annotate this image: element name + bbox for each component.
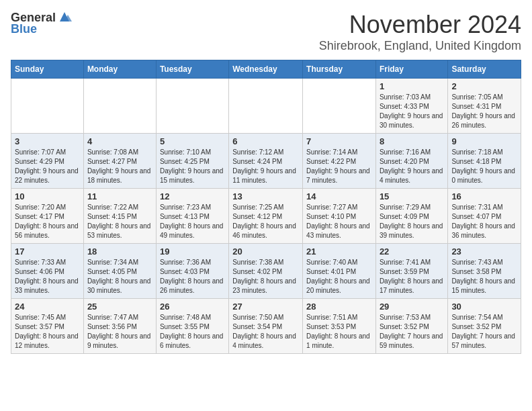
day-number: 12 (160, 191, 225, 201)
day-info: Sunrise: 7:27 AMSunset: 4:10 PMDaylight:… (306, 203, 372, 240)
day-info: Sunrise: 7:34 AMSunset: 4:05 PMDaylight:… (87, 258, 152, 295)
day-info: Sunrise: 7:51 AMSunset: 3:53 PMDaylight:… (306, 313, 372, 351)
calendar-cell (303, 79, 376, 134)
weekday-header-row: SundayMondayTuesdayWednesdayThursdayFrid… (11, 60, 521, 79)
weekday-header: Monday (83, 60, 156, 79)
day-number: 28 (306, 302, 372, 312)
calendar-table: SundayMondayTuesdayWednesdayThursdayFrid… (11, 60, 521, 354)
month-title: November 2024 (319, 11, 521, 39)
calendar-cell: 24Sunrise: 7:45 AMSunset: 3:57 PMDayligh… (11, 299, 84, 354)
calendar-cell: 8Sunrise: 7:16 AMSunset: 4:20 PMDaylight… (375, 134, 447, 189)
day-number: 19 (160, 246, 225, 257)
calendar-cell (11, 79, 84, 134)
day-number: 13 (232, 191, 299, 201)
calendar-cell: 26Sunrise: 7:48 AMSunset: 3:55 PMDayligh… (156, 299, 228, 354)
calendar-cell: 1Sunrise: 7:03 AMSunset: 4:33 PMDaylight… (375, 79, 447, 134)
day-number: 24 (15, 302, 80, 312)
day-number: 29 (380, 302, 444, 312)
calendar-cell: 27Sunrise: 7:50 AMSunset: 3:54 PMDayligh… (229, 299, 303, 354)
calendar-cell: 23Sunrise: 7:43 AMSunset: 3:58 PMDayligh… (448, 244, 521, 299)
calendar-cell (83, 79, 156, 134)
weekday-header: Friday (375, 60, 447, 79)
calendar-cell: 12Sunrise: 7:23 AMSunset: 4:13 PMDayligh… (156, 189, 228, 244)
weekday-header: Wednesday (229, 60, 303, 79)
day-number: 2 (451, 81, 517, 91)
calendar-cell: 11Sunrise: 7:22 AMSunset: 4:15 PMDayligh… (83, 189, 156, 244)
day-number: 9 (451, 136, 517, 146)
weekday-header: Thursday (303, 60, 376, 79)
calendar-cell: 20Sunrise: 7:38 AMSunset: 4:02 PMDayligh… (229, 244, 303, 299)
day-info: Sunrise: 7:25 AMSunset: 4:12 PMDaylight:… (232, 203, 299, 240)
weekday-header: Sunday (11, 60, 84, 79)
page-header: General Blue November 2024 Shirebrook, E… (11, 11, 521, 53)
day-info: Sunrise: 7:14 AMSunset: 4:22 PMDaylight:… (306, 148, 372, 185)
day-info: Sunrise: 7:48 AMSunset: 3:55 PMDaylight:… (160, 313, 225, 351)
day-info: Sunrise: 7:47 AMSunset: 3:56 PMDaylight:… (87, 313, 152, 351)
calendar-cell (156, 79, 228, 134)
calendar-cell: 3Sunrise: 7:07 AMSunset: 4:29 PMDaylight… (11, 134, 84, 189)
day-info: Sunrise: 7:38 AMSunset: 4:02 PMDaylight:… (232, 258, 299, 295)
day-number: 4 (87, 136, 152, 146)
calendar-cell (229, 79, 303, 134)
calendar-cell: 7Sunrise: 7:14 AMSunset: 4:22 PMDaylight… (303, 134, 376, 189)
day-number: 11 (87, 191, 152, 201)
weekday-header: Saturday (448, 60, 521, 79)
day-number: 10 (15, 191, 80, 201)
calendar-week-row: 1Sunrise: 7:03 AMSunset: 4:33 PMDaylight… (11, 79, 521, 134)
day-number: 27 (232, 302, 299, 312)
day-number: 1 (380, 81, 444, 91)
calendar-week-row: 24Sunrise: 7:45 AMSunset: 3:57 PMDayligh… (11, 299, 521, 354)
day-number: 21 (306, 246, 372, 257)
day-number: 8 (380, 136, 444, 146)
logo-text-blue: Blue (11, 22, 37, 36)
day-info: Sunrise: 7:31 AMSunset: 4:07 PMDaylight:… (451, 203, 517, 240)
day-number: 22 (380, 246, 444, 257)
day-number: 26 (160, 302, 225, 312)
day-info: Sunrise: 7:22 AMSunset: 4:15 PMDaylight:… (87, 203, 152, 240)
calendar-cell: 17Sunrise: 7:33 AMSunset: 4:06 PMDayligh… (11, 244, 84, 299)
calendar-cell: 5Sunrise: 7:10 AMSunset: 4:25 PMDaylight… (156, 134, 228, 189)
calendar-cell: 6Sunrise: 7:12 AMSunset: 4:24 PMDaylight… (229, 134, 303, 189)
day-info: Sunrise: 7:41 AMSunset: 3:59 PMDaylight:… (380, 258, 444, 295)
day-number: 3 (15, 136, 80, 146)
day-number: 7 (306, 136, 372, 146)
day-info: Sunrise: 7:05 AMSunset: 4:31 PMDaylight:… (451, 93, 517, 130)
calendar-cell: 15Sunrise: 7:29 AMSunset: 4:09 PMDayligh… (375, 189, 447, 244)
day-info: Sunrise: 7:07 AMSunset: 4:29 PMDaylight:… (15, 148, 80, 185)
day-info: Sunrise: 7:29 AMSunset: 4:09 PMDaylight:… (380, 203, 444, 240)
calendar-cell: 4Sunrise: 7:08 AMSunset: 4:27 PMDaylight… (83, 134, 156, 189)
day-number: 25 (87, 302, 152, 312)
day-number: 5 (160, 136, 225, 146)
day-info: Sunrise: 7:20 AMSunset: 4:17 PMDaylight:… (15, 203, 80, 240)
day-info: Sunrise: 7:36 AMSunset: 4:03 PMDaylight:… (160, 258, 225, 295)
day-info: Sunrise: 7:33 AMSunset: 4:06 PMDaylight:… (15, 258, 80, 295)
title-section: November 2024 Shirebrook, England, Unite… (319, 11, 521, 53)
day-number: 17 (15, 246, 80, 257)
weekday-header: Tuesday (156, 60, 228, 79)
day-number: 18 (87, 246, 152, 257)
logo: General Blue (11, 11, 72, 36)
calendar-week-row: 3Sunrise: 7:07 AMSunset: 4:29 PMDaylight… (11, 134, 521, 189)
calendar-week-row: 17Sunrise: 7:33 AMSunset: 4:06 PMDayligh… (11, 244, 521, 299)
day-number: 6 (232, 136, 299, 146)
day-info: Sunrise: 7:12 AMSunset: 4:24 PMDaylight:… (232, 148, 299, 185)
day-info: Sunrise: 7:40 AMSunset: 4:01 PMDaylight:… (306, 258, 372, 295)
day-info: Sunrise: 7:23 AMSunset: 4:13 PMDaylight:… (160, 203, 225, 240)
day-number: 15 (380, 191, 444, 201)
calendar-cell: 9Sunrise: 7:18 AMSunset: 4:18 PMDaylight… (448, 134, 521, 189)
calendar-cell: 21Sunrise: 7:40 AMSunset: 4:01 PMDayligh… (303, 244, 376, 299)
calendar-cell: 18Sunrise: 7:34 AMSunset: 4:05 PMDayligh… (83, 244, 156, 299)
day-info: Sunrise: 7:18 AMSunset: 4:18 PMDaylight:… (451, 148, 517, 185)
day-number: 20 (232, 246, 299, 257)
location-title: Shirebrook, England, United Kingdom (319, 39, 521, 53)
day-info: Sunrise: 7:50 AMSunset: 3:54 PMDaylight:… (232, 313, 299, 351)
calendar-week-row: 10Sunrise: 7:20 AMSunset: 4:17 PMDayligh… (11, 189, 521, 244)
day-info: Sunrise: 7:53 AMSunset: 3:52 PMDaylight:… (380, 313, 444, 351)
calendar-cell: 10Sunrise: 7:20 AMSunset: 4:17 PMDayligh… (11, 189, 84, 244)
day-number: 16 (451, 191, 517, 201)
day-number: 14 (306, 191, 372, 201)
calendar-cell: 14Sunrise: 7:27 AMSunset: 4:10 PMDayligh… (303, 189, 376, 244)
day-number: 30 (451, 302, 517, 312)
calendar-cell: 13Sunrise: 7:25 AMSunset: 4:12 PMDayligh… (229, 189, 303, 244)
logo-icon (57, 9, 72, 24)
